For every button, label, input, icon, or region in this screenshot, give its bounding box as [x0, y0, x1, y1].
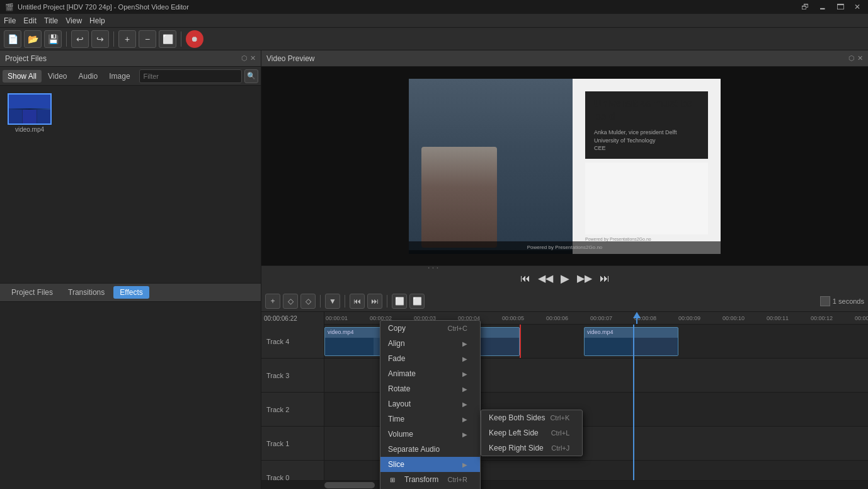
preview-title: Video Preview — [266, 54, 315, 63]
speaker-video — [409, 79, 573, 254]
ctx-copy[interactable]: Copy Ctrl+C — [380, 321, 480, 336]
ctx-keep-right-shortcut: Ctrl+J — [551, 444, 569, 452]
title-bar: 🎬 Untitled Project [HDV 720 24p] - OpenS… — [0, 0, 868, 14]
ctx-layout[interactable]: Layout ▶ — [380, 396, 480, 411]
project-files-close[interactable]: ✕ — [250, 54, 256, 62]
context-menu: Copy Ctrl+C Align ▶ Fade ▶ Animate ▶ Rot… — [380, 320, 481, 489]
fast-forward-button[interactable]: ▶▶ — [577, 272, 592, 284]
slide-content: Universities must be bold Anka Mulder, v… — [573, 79, 721, 254]
ctx-separate-audio[interactable]: Separate Audio — [380, 442, 480, 457]
menu-item-edit[interactable]: Edit — [23, 16, 37, 25]
toolbar: 📄 📂 💾 ↩ ↪ + − ⬜ ⏺ — [0, 28, 868, 50]
tab-effects[interactable]: Effects — [113, 286, 149, 299]
ctx-rotate[interactable]: Rotate ▶ — [380, 381, 480, 396]
project-files-float[interactable]: ⬡ — [241, 54, 248, 62]
timeline-body: 00:00:06:22 00:00:01 00:00:02 00:00:03 0… — [261, 312, 868, 489]
preview-float[interactable]: ⬡ — [848, 54, 855, 62]
tab-image[interactable]: Image — [104, 70, 135, 83]
project-files-header: Project Files ⬡ ✕ — [0, 50, 261, 67]
go-start-tl-button[interactable]: ⏮ — [350, 294, 365, 309]
progress-dots: ··· — [428, 262, 441, 272]
tick-5: 00:00:05 — [502, 315, 524, 321]
go-start-button[interactable]: ⏮ — [520, 273, 530, 284]
ctx-keep-both-shortcut: Ctrl+K — [550, 414, 569, 422]
filter-input[interactable] — [139, 69, 242, 83]
toolbar-separator-3 — [181, 32, 181, 47]
ctx-keep-right[interactable]: Keep Right Side Ctrl+J — [481, 440, 582, 456]
save-button[interactable]: 💾 — [44, 30, 62, 48]
ctx-slice-label: Slice — [388, 460, 404, 469]
redo-button[interactable]: ↪ — [91, 30, 109, 48]
ctx-transform-shortcut: Ctrl+R — [448, 476, 467, 483]
ctx-time[interactable]: Time ▶ — [380, 411, 480, 427]
window-title: Untitled Project [HDV 720 24p] - OpenSho… — [18, 3, 189, 11]
transform-icon: ⊞ — [388, 475, 397, 484]
tab-show-all[interactable]: Show All — [3, 70, 42, 83]
audio-button[interactable]: ⬜ — [409, 294, 425, 309]
go-end-tl-button[interactable]: ⏭ — [367, 294, 382, 309]
file-item-video[interactable]: video.mp4 — [8, 93, 52, 133]
ctx-keep-left[interactable]: Keep Left Side Ctrl+L — [481, 425, 582, 440]
play-button[interactable]: ▶ — [561, 272, 569, 285]
menu-item-file[interactable]: File — [4, 16, 16, 25]
cut-marker — [520, 325, 521, 358]
tick-7: 00:00:07 — [590, 315, 612, 321]
ctx-volume-label: Volume — [388, 430, 413, 439]
ctx-slice[interactable]: Slice ▶ — [380, 457, 480, 472]
ctx-volume-arrow: ▶ — [462, 431, 467, 438]
resize-icon[interactable]: 🗗 — [799, 3, 811, 11]
ctx-keep-both[interactable]: Keep Both Sides Ctrl+K — [481, 410, 582, 425]
ctx-animate[interactable]: Animate ▶ — [380, 366, 480, 381]
ctx-copy-shortcut: Ctrl+C — [448, 325, 467, 332]
tl-sep-3 — [387, 295, 387, 308]
ctx-align[interactable]: Align ▶ — [380, 336, 480, 351]
export-button[interactable]: ⬜ — [159, 30, 176, 48]
ctx-volume[interactable]: Volume ▶ — [380, 427, 480, 442]
remove-track-button[interactable]: − — [139, 30, 156, 48]
add-track-button[interactable]: + — [118, 30, 136, 48]
file-name: video.mp4 — [15, 126, 44, 133]
maximize-button[interactable]: 🗖 — [834, 3, 847, 11]
loop-button[interactable]: ⬜ — [392, 294, 407, 309]
ctx-transform[interactable]: ⊞ Transform Ctrl+R — [380, 472, 480, 487]
tab-transitions[interactable]: Transitions — [62, 286, 111, 299]
video-bottom-bar: Powered by Presentations2Go.no — [409, 241, 721, 254]
clip-2[interactable]: video.mp4 — [584, 327, 678, 356]
new-button[interactable]: 📄 — [4, 30, 21, 48]
preview-close[interactable]: ✕ — [857, 54, 863, 62]
ctx-animate-arrow: ▶ — [462, 371, 467, 377]
scrollbar-thumb[interactable] — [324, 482, 375, 488]
record-button[interactable]: ⏺ — [186, 30, 203, 48]
razor-button[interactable]: ◇ — [283, 294, 298, 309]
minimize-button[interactable]: 🗕 — [816, 3, 829, 11]
menu-item-view[interactable]: View — [66, 16, 82, 25]
menu-bar: File Edit Title View Help — [0, 14, 868, 28]
timeline-scrollbar[interactable] — [261, 480, 868, 489]
ctx-time-arrow: ▶ — [462, 416, 467, 423]
tab-project-files[interactable]: Project Files — [5, 286, 59, 299]
ctx-fade[interactable]: Fade ▶ — [380, 351, 480, 366]
snap-button[interactable]: ◇ — [300, 294, 316, 309]
clip-1-label: video.mp4 — [328, 329, 354, 335]
toolbar-separator-1 — [66, 32, 67, 47]
tab-video[interactable]: Video — [43, 70, 72, 83]
zoom-checkbox[interactable] — [820, 296, 830, 306]
open-button[interactable]: 📂 — [24, 30, 42, 48]
go-end-button[interactable]: ⏭ — [600, 273, 610, 284]
menu-item-title[interactable]: Title — [44, 16, 58, 25]
zoom-value: 1 seconds — [833, 297, 864, 305]
ctx-fade-label: Fade — [388, 354, 405, 363]
tracks-body: Track 4 Track 3 Track 2 Track 1 Track 0 — [261, 325, 868, 480]
track-label-2: Track 2 — [261, 393, 324, 427]
bottom-tabs-bar: Project Files Transitions Effects — [0, 283, 261, 302]
rewind-button[interactable]: ◀◀ — [538, 272, 553, 284]
menu-item-help[interactable]: Help — [89, 16, 105, 25]
tick-9: 00:00:09 — [678, 315, 700, 321]
filter-down-button[interactable]: ▼ — [325, 294, 340, 309]
tab-audio[interactable]: Audio — [74, 70, 103, 83]
close-button[interactable]: ✕ — [852, 3, 863, 11]
undo-button[interactable]: ↩ — [71, 30, 89, 48]
search-button[interactable]: 🔍 — [244, 69, 258, 83]
timeline-toolbar: + ◇ ◇ ▼ ⏮ ⏭ ⬜ ⬜ 1 seconds — [261, 291, 868, 312]
add-clip-button[interactable]: + — [265, 294, 280, 309]
